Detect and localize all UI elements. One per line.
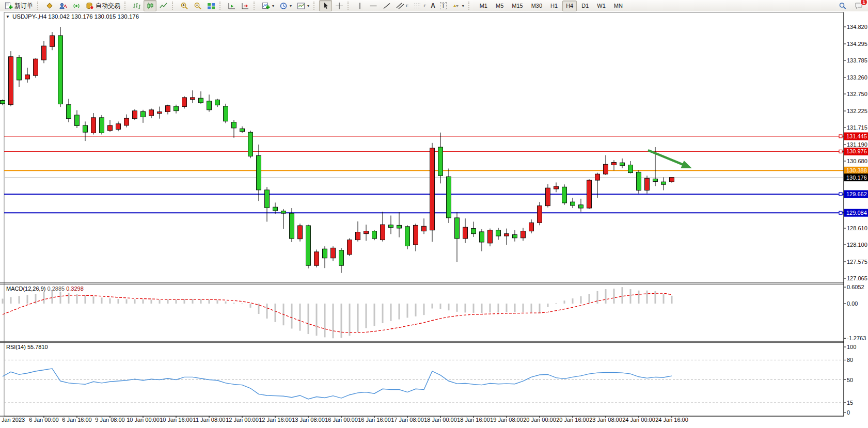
arrows-tool[interactable]: ▾ [449, 0, 466, 11]
macd-bar [60, 292, 61, 304]
line-chart-button[interactable] [157, 0, 170, 11]
trendline-tool[interactable] [380, 0, 393, 11]
macd-bar [126, 299, 128, 304]
macd-bar [440, 304, 441, 309]
timeframe-m5[interactable]: M5 [492, 1, 507, 11]
macd-bar [556, 303, 557, 304]
macd-axis-label: -1.2763 [847, 335, 866, 341]
timeframe-h1[interactable]: H1 [547, 1, 561, 11]
rsi-axis-label: 15 [847, 400, 853, 406]
macd-bar [407, 304, 408, 318]
candle [414, 225, 418, 245]
macd-bar [209, 300, 210, 304]
timeframe-h4[interactable]: H4 [562, 1, 577, 11]
macd-bar [233, 303, 235, 304]
hline-handle[interactable] [839, 150, 842, 153]
symbols-icon [45, 2, 54, 10]
hline-handle[interactable] [839, 211, 842, 214]
candle [504, 234, 509, 236]
zoom-in-button[interactable] [178, 0, 191, 11]
channel-tool[interactable]: E [393, 0, 411, 11]
auto-scroll-icon [227, 2, 236, 10]
horizontal-line-icon [369, 2, 377, 10]
hline-handle[interactable] [839, 193, 842, 196]
timeframe-w1[interactable]: W1 [593, 1, 609, 11]
candle [521, 231, 526, 238]
time-label: 6 Jan 00:00 [29, 417, 59, 423]
text-tool[interactable]: A [429, 0, 437, 11]
toolbar-separator [254, 2, 257, 10]
indicators-button[interactable]: ▾ [259, 0, 276, 11]
new-order-button[interactable]: 新订单 [2, 0, 35, 11]
time-label: 5 Jan 2023 [0, 417, 25, 423]
clock-icon [279, 2, 288, 10]
macd-bar [589, 294, 590, 304]
toolbar-separator [348, 2, 351, 10]
zoom-out-button[interactable] [191, 0, 204, 11]
chart-shift-button[interactable] [239, 0, 251, 11]
symbol-dropdown-icon[interactable]: ▼ [6, 14, 10, 19]
candle [405, 227, 410, 246]
macd-bar [514, 304, 516, 312]
time-label: 24 Jan 16:00 [655, 417, 688, 423]
templates-icon [296, 2, 305, 10]
symbols-button[interactable] [43, 0, 56, 11]
bar-chart-button[interactable] [130, 0, 143, 11]
macd-bar [291, 304, 293, 328]
price-tag-label: 131.445 [846, 133, 867, 139]
timeframe-m30[interactable]: M30 [528, 1, 546, 11]
vertical-line-tool[interactable] [353, 0, 366, 11]
candle [290, 213, 294, 239]
candle [538, 206, 542, 223]
chat-button[interactable]: 1 [852, 0, 865, 11]
crosshair-tool-button[interactable] [333, 0, 345, 11]
toolbar-separator [124, 2, 128, 10]
macd-bar [613, 289, 615, 304]
toolbar-separator [219, 2, 223, 10]
macd-bar [390, 304, 392, 321]
price-tick-label: 133.785 [847, 57, 867, 64]
candle [207, 101, 212, 110]
macd-bar [52, 291, 53, 304]
timeframe-m15[interactable]: M15 [508, 1, 526, 11]
price-tick-label: 131.190 [847, 141, 867, 148]
horizontal-line-tool[interactable] [367, 0, 380, 11]
candle [17, 57, 22, 80]
cursor-tool-button[interactable] [319, 0, 332, 11]
candle [645, 178, 650, 190]
text-label-letter: T [440, 2, 447, 9]
macd-bar [101, 297, 103, 304]
signals-button[interactable] [70, 0, 83, 11]
time-label: 12 Jan 00:00 [226, 417, 259, 423]
timeframe-m1[interactable]: M1 [476, 1, 491, 11]
market-watch-button[interactable] [56, 0, 69, 11]
candle [463, 227, 468, 239]
timeframe-mn[interactable]: MN [610, 1, 626, 11]
macd-bar [481, 304, 483, 313]
text-label-tool[interactable]: T [438, 0, 449, 11]
candle [628, 165, 633, 173]
macd-bar [159, 300, 161, 304]
line-chart-icon [159, 2, 168, 10]
candle [595, 174, 600, 180]
macd-axis-label: 0.6052 [847, 284, 864, 290]
candlestick-chart-button[interactable] [144, 0, 156, 11]
new-order-label: 新订单 [14, 2, 33, 10]
hline-handle[interactable] [839, 135, 842, 138]
macd-bar [597, 291, 598, 304]
periods-button[interactable]: ▾ [277, 0, 294, 11]
auto-scroll-button[interactable] [225, 0, 238, 11]
macd-bar [564, 300, 565, 304]
macd-bar [68, 293, 70, 304]
search-button[interactable] [836, 0, 849, 11]
chart-canvas[interactable]: 134.820134.295133.785133.260132.750132.2… [0, 11, 868, 428]
candle [381, 225, 385, 240]
templates-button[interactable]: ▾ [294, 0, 311, 11]
candle [149, 110, 154, 116]
macd-bar [316, 304, 318, 336]
price-tag-label: 130.976 [846, 148, 867, 154]
timeframe-d1[interactable]: D1 [578, 1, 592, 11]
auto-trading-button[interactable]: 自动交易 [83, 0, 122, 11]
tile-windows-button[interactable] [204, 0, 217, 11]
fibonacci-tool[interactable]: F [411, 0, 428, 11]
